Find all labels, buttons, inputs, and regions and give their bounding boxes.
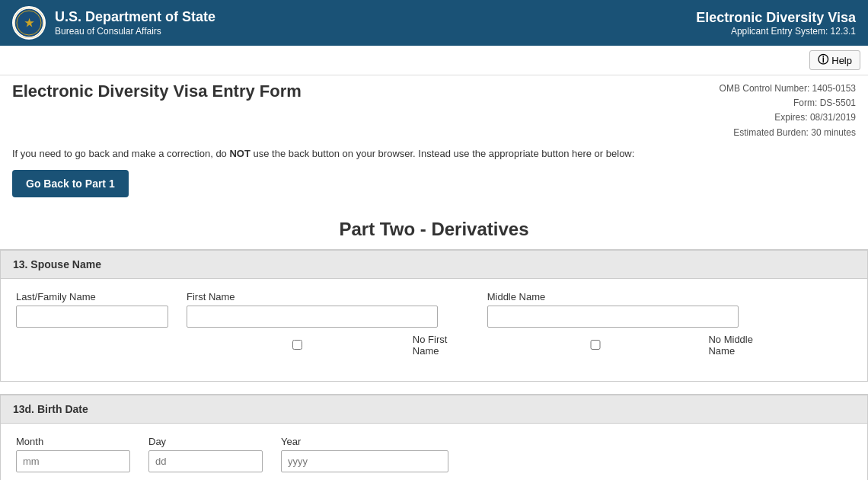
spouse-name-row: Last/Family Name First Name No First Nam… [16,291,852,357]
help-button-label: Help [831,55,852,66]
year-label: Year [281,436,448,447]
omb-info: OMB Control Number: 1405-0153 Form: DS-5… [720,82,856,140]
day-input[interactable] [148,450,263,472]
instruction: If you need to go back and make a correc… [0,143,868,167]
help-button[interactable]: ⓘ Help [809,50,860,70]
svg-text:★: ★ [24,17,34,29]
section-13: 13. Spouse Name Last/Family Name First N… [0,249,868,382]
first-name-group: First Name No First Name [187,291,469,357]
main-area: Part Two - Derivatives 13. Spouse Name L… [0,206,868,480]
day-label: Day [148,436,263,447]
header: ★ U.S. Department of State Bureau of Con… [0,0,868,46]
middle-name-group: Middle Name No Middle Name [487,291,772,357]
form-number: Form: DS-5501 [720,96,856,110]
middle-name-label: Middle Name [487,291,772,302]
no-middle-name-label: No Middle Name [708,334,772,357]
form-title: Electronic Diversity Visa Entry Form [12,82,302,101]
agency-name: U.S. Department of State [55,9,215,26]
bureau-name: Bureau of Consular Affairs [55,26,215,37]
first-name-label: First Name [187,291,469,302]
no-first-name-label: No First Name [413,334,469,357]
no-middle-name-checkbox[interactable] [487,340,704,350]
header-agency: U.S. Department of State Bureau of Consu… [55,9,215,37]
header-right: Electronic Diversity Visa Applicant Entr… [696,10,856,37]
last-name-label: Last/Family Name [16,291,168,302]
section-13d: 13d. Birth Date Month Day Year [0,394,868,480]
help-circle-icon: ⓘ [818,53,828,67]
section-13d-body: Month Day Year [1,424,867,480]
header-left: ★ U.S. Department of State Bureau of Con… [12,6,215,40]
instruction-text-part1: If you need to go back and make a correc… [12,148,229,159]
part-two-heading: Part Two - Derivatives [0,206,868,249]
app-title: Electronic Diversity Visa [696,10,856,26]
instruction-bold: NOT [229,148,250,159]
month-group: Month [16,436,130,472]
year-input[interactable] [281,450,448,472]
no-middle-name-row: No Middle Name [487,334,772,357]
birth-date-row: Month Day Year [16,436,852,472]
no-first-name-row: No First Name [187,334,469,357]
last-name-input[interactable] [16,306,168,328]
section-13-body: Last/Family Name First Name No First Nam… [1,279,867,381]
section-13d-heading: 13d. Birth Date [1,395,867,424]
app-subtitle: Applicant Entry System: 12.3.1 [696,26,856,37]
no-first-name-checkbox[interactable] [187,340,408,350]
estimated-burden: Estimated Burden: 30 minutes [720,126,856,140]
state-department-seal: ★ [12,6,46,40]
info-bar: Electronic Diversity Visa Entry Form OMB… [0,75,868,143]
omb-control: OMB Control Number: 1405-0153 [720,82,856,96]
expires: Expires: 08/31/2019 [720,110,856,125]
middle-name-input[interactable] [487,306,739,328]
last-name-group: Last/Family Name [16,291,168,357]
first-name-input[interactable] [187,306,438,328]
year-group: Year [281,436,448,472]
go-back-button[interactable]: Go Back to Part 1 [12,170,129,197]
month-label: Month [16,436,130,447]
section-13-heading: 13. Spouse Name [1,250,867,279]
day-group: Day [148,436,263,472]
instruction-text-part2: use the back button on your browser. Ins… [251,148,634,159]
month-input[interactable] [16,450,130,472]
help-bar: ⓘ Help [0,46,868,75]
